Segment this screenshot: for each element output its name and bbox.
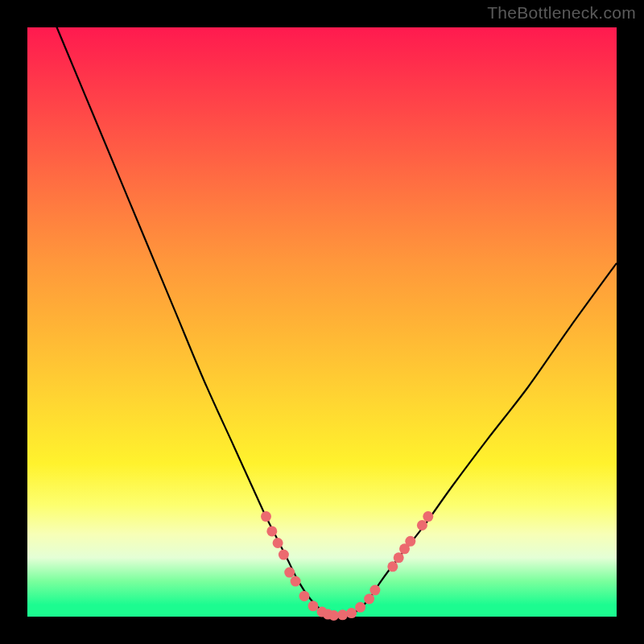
scatter-point: [266, 526, 277, 536]
scatter-point: [299, 591, 310, 601]
bottleneck-curve: [27, 0, 617, 617]
chart-svg: [27, 27, 617, 617]
plot-area: [27, 27, 617, 617]
scatter-point: [273, 538, 283, 548]
scatter-point: [346, 608, 357, 618]
scatter-point: [291, 576, 301, 587]
scatter-points: [261, 511, 433, 621]
scatter-point: [279, 550, 289, 560]
scatter-point: [355, 602, 365, 613]
scatter-point: [337, 609, 348, 620]
scatter-point: [364, 594, 374, 605]
scatter-point: [284, 568, 295, 578]
scatter-point: [417, 520, 427, 530]
scatter-point: [387, 561, 398, 572]
scatter-point: [394, 552, 404, 563]
scatter-point: [261, 511, 271, 522]
chart-frame: TheBottleneck.com: [0, 0, 644, 644]
scatter-point: [405, 536, 415, 547]
watermark-text: TheBottleneck.com: [487, 3, 636, 23]
scatter-point: [369, 585, 380, 596]
scatter-point: [308, 601, 319, 611]
scatter-point: [423, 511, 433, 522]
